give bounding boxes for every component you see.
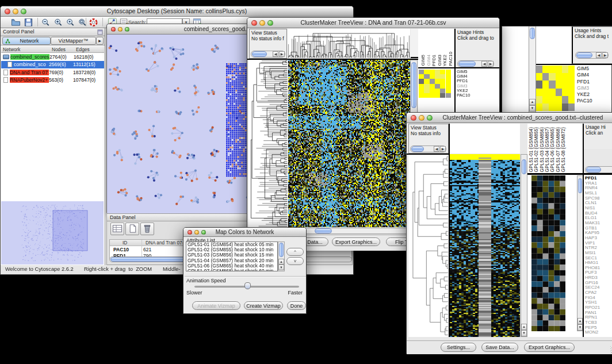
move-down-button[interactable]: v bbox=[286, 257, 304, 265]
zoom-window-icon[interactable] bbox=[125, 27, 129, 32]
zoom-heatmap[interactable] bbox=[531, 175, 565, 331]
matrix-cell[interactable] bbox=[430, 84, 435, 89]
scrollbar-thumb[interactable] bbox=[279, 243, 284, 257]
matrix-cell[interactable] bbox=[424, 84, 429, 89]
matrix-cell[interactable] bbox=[542, 89, 549, 96]
matrix-cell[interactable] bbox=[430, 89, 435, 93]
scroll-left-icon[interactable]: ◀ bbox=[596, 52, 602, 58]
zoom-window-icon[interactable] bbox=[427, 115, 433, 121]
zoom-selected-icon[interactable] bbox=[66, 18, 75, 27]
matrix-cell[interactable] bbox=[556, 89, 562, 96]
open-folder-icon[interactable] bbox=[11, 18, 21, 27]
tab-network[interactable]: Network bbox=[2, 37, 51, 45]
gene-label[interactable]: PAC10 bbox=[457, 93, 471, 98]
status-scrollbar[interactable]: ◀ ▶ bbox=[251, 51, 285, 58]
network-row[interactable]: combined_scores2764(0)16218(0) bbox=[1, 53, 104, 61]
matrix-cell[interactable] bbox=[440, 89, 445, 93]
scroll-right-icon[interactable]: ▶ bbox=[488, 61, 494, 67]
scrollbar-thumb[interactable] bbox=[522, 159, 526, 174]
matrix-cell[interactable] bbox=[430, 93, 435, 98]
scroll-up-icon[interactable]: ▲ bbox=[278, 259, 284, 265]
matrix-cell[interactable] bbox=[435, 74, 440, 79]
zoom-window-icon[interactable] bbox=[21, 9, 26, 14]
close-icon[interactable] bbox=[251, 20, 257, 26]
tab-vizmapper[interactable]: VizMapper™ bbox=[51, 37, 96, 45]
matrix-cell[interactable] bbox=[430, 79, 435, 83]
done-button[interactable]: Done bbox=[287, 301, 306, 310]
column-label[interactable]: PAC10 bbox=[448, 52, 454, 66]
matrix-cell[interactable] bbox=[446, 70, 451, 74]
matrix-cell[interactable] bbox=[556, 104, 562, 111]
matrix-cell[interactable] bbox=[419, 79, 424, 83]
scroll-down-icon[interactable]: ▼ bbox=[529, 105, 536, 112]
gene-label[interactable]: GIM3 bbox=[577, 85, 592, 91]
column-network[interactable]: Network bbox=[3, 47, 20, 52]
minimize-icon[interactable] bbox=[259, 20, 265, 26]
matrix-cell[interactable] bbox=[424, 70, 429, 74]
matrix-cell[interactable] bbox=[562, 96, 568, 104]
matrix-cell[interactable] bbox=[549, 73, 555, 81]
matrix-cell[interactable] bbox=[542, 73, 549, 81]
matrix-cell[interactable] bbox=[556, 81, 562, 88]
column-nodes[interactable]: Nodes bbox=[52, 47, 66, 52]
column-label[interactable]: GIM5 bbox=[420, 55, 426, 66]
matrix-cell[interactable] bbox=[419, 89, 424, 93]
matrix-cell[interactable] bbox=[435, 93, 440, 98]
matrix-cell[interactable] bbox=[440, 93, 445, 98]
save-data-button[interactable]: Save Data... bbox=[481, 343, 518, 352]
scrollbar-thumb[interactable] bbox=[411, 146, 424, 152]
more-tabs-button[interactable]: ▶ bbox=[96, 37, 104, 45]
help-lifering-icon[interactable] bbox=[89, 18, 98, 27]
scrollbar-thumb[interactable] bbox=[315, 228, 332, 233]
gene-label[interactable]: GIM4 bbox=[577, 72, 592, 78]
hints-scrollbar[interactable] bbox=[585, 166, 612, 173]
matrix-cell[interactable] bbox=[562, 104, 568, 111]
save-icon[interactable] bbox=[24, 18, 33, 27]
matrix-cell[interactable] bbox=[549, 81, 555, 88]
gene-label[interactable]: YKE2 bbox=[577, 91, 592, 98]
matrix-cell[interactable] bbox=[419, 84, 424, 89]
network-row[interactable]: DNA and Tran 07769(0)183728(0) bbox=[1, 68, 104, 76]
delete-attribute-icon[interactable] bbox=[140, 223, 154, 235]
matrix-cell[interactable] bbox=[536, 66, 542, 73]
scrollbar-thumb[interactable] bbox=[411, 62, 416, 108]
attribute-select-icon[interactable] bbox=[110, 223, 124, 235]
heatmap-vscrollbar[interactable]: ▲ ▼ bbox=[521, 154, 527, 337]
matrix-cell[interactable] bbox=[568, 104, 575, 111]
matrix-cell[interactable] bbox=[549, 104, 555, 111]
matrix-cell[interactable] bbox=[430, 70, 435, 74]
matrix-cell[interactable] bbox=[536, 104, 542, 111]
close-icon[interactable] bbox=[411, 115, 416, 121]
minimize-icon[interactable] bbox=[118, 27, 123, 32]
scroll-down-icon[interactable]: ▼ bbox=[521, 330, 527, 336]
matrix-cell[interactable] bbox=[556, 73, 562, 81]
fragment-scrollbar[interactable]: ▲ ▼ bbox=[529, 26, 536, 113]
matrix-cell[interactable] bbox=[562, 73, 568, 81]
matrix-cell[interactable] bbox=[440, 70, 445, 74]
zoom-out-icon[interactable] bbox=[41, 18, 51, 27]
matrix-cell[interactable] bbox=[440, 79, 445, 83]
matrix-cell[interactable] bbox=[419, 93, 424, 98]
row-dendrogram[interactable] bbox=[408, 155, 449, 337]
matrix-cell[interactable] bbox=[536, 89, 542, 96]
list-scrollbar[interactable]: ▲ ▼ bbox=[278, 242, 285, 271]
matrix-cell[interactable] bbox=[556, 96, 562, 104]
treeview-combined-title-bar[interactable]: ClusterMaker TreeView : combined_scores_… bbox=[407, 113, 612, 123]
scroll-down-icon[interactable]: ▼ bbox=[278, 265, 284, 270]
scroll-right-icon[interactable]: ▶ bbox=[602, 52, 608, 58]
matrix-cell[interactable] bbox=[435, 89, 440, 93]
animate-vizmap-button[interactable]: Animate Vizmap bbox=[192, 301, 240, 310]
scrollbar-thumb[interactable] bbox=[252, 51, 267, 57]
global-heatmap[interactable] bbox=[288, 60, 410, 227]
matrix-cell[interactable] bbox=[549, 89, 555, 96]
matrix-cell[interactable] bbox=[424, 93, 429, 98]
new-attribute-icon[interactable] bbox=[125, 223, 139, 235]
hints-scrollbar[interactable]: ◀ ▶ bbox=[457, 60, 494, 67]
matrix-cell[interactable] bbox=[424, 74, 429, 79]
attribute-item[interactable]: GPL51-07 (GSM868) heat shock 60 min bbox=[186, 269, 277, 271]
matrix-cell[interactable] bbox=[568, 81, 575, 88]
zoom-heatmap[interactable] bbox=[419, 70, 451, 98]
scrollbar-thumb[interactable] bbox=[578, 178, 582, 193]
matrix-cell[interactable] bbox=[556, 66, 562, 73]
scroll-up-icon[interactable]: ▲ bbox=[529, 99, 536, 105]
